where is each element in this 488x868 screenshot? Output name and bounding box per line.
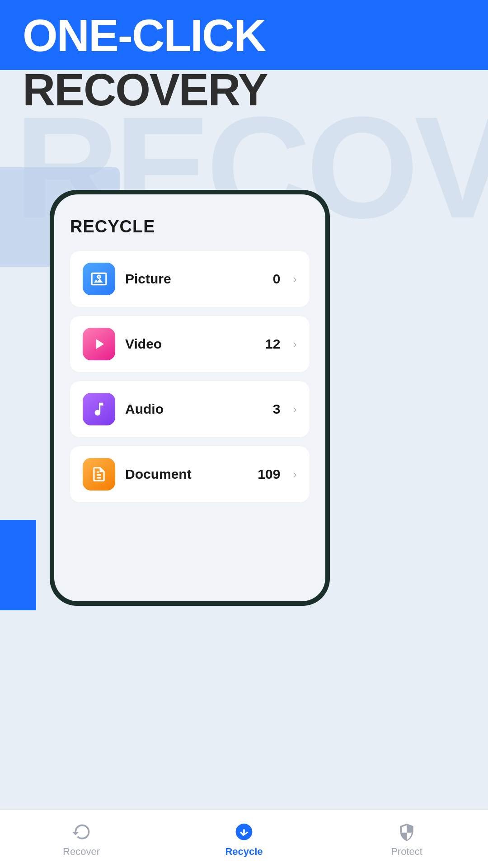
header-line1: ONE-CLICK	[23, 13, 266, 58]
document-name: Document	[125, 467, 248, 482]
picture-chevron: ›	[293, 272, 297, 286]
video-icon	[90, 335, 108, 353]
nav-item-protect[interactable]: Protect	[325, 821, 488, 858]
audio-chevron: ›	[293, 402, 297, 416]
document-count: 109	[258, 467, 280, 482]
video-count: 12	[265, 336, 280, 352]
audio-icon-bg	[83, 393, 115, 425]
recover-nav-icon	[70, 821, 93, 843]
video-name: Video	[125, 336, 255, 352]
audio-count: 3	[273, 401, 281, 417]
protect-nav-icon	[395, 821, 418, 843]
picture-icon	[90, 270, 108, 288]
picture-count: 0	[273, 271, 281, 287]
picture-icon-bg	[83, 263, 115, 295]
file-list: Picture 0 › Video 12 ›	[70, 251, 310, 502]
recycle-nav-label: Recycle	[225, 846, 263, 858]
video-icon-bg	[83, 328, 115, 360]
audio-icon	[90, 401, 108, 418]
section-title: RECYCLE	[70, 217, 310, 236]
audio-name: Audio	[125, 401, 263, 417]
document-chevron: ›	[293, 467, 297, 481]
phone-screen: RECYCLE Picture 0 ›	[54, 194, 325, 601]
recycle-nav-icon	[233, 821, 255, 843]
nav-item-recover[interactable]: Recover	[0, 821, 163, 858]
bg-decoration-blue	[0, 520, 36, 610]
document-icon-bg	[83, 458, 115, 491]
file-item-picture[interactable]: Picture 0 ›	[70, 251, 310, 307]
file-item-audio[interactable]: Audio 3 ›	[70, 381, 310, 437]
protect-nav-label: Protect	[391, 846, 422, 858]
file-item-document[interactable]: Document 109 ›	[70, 446, 310, 502]
bottom-nav: Recover Recycle Protect	[0, 809, 488, 868]
header-line2: RECOVERY	[23, 67, 267, 112]
picture-name: Picture	[125, 271, 263, 287]
nav-item-recycle[interactable]: Recycle	[163, 821, 325, 858]
video-chevron: ›	[293, 337, 297, 351]
file-item-video[interactable]: Video 12 ›	[70, 316, 310, 372]
recover-nav-label: Recover	[63, 846, 100, 858]
phone-mockup: RECYCLE Picture 0 ›	[50, 190, 330, 606]
document-icon	[90, 466, 108, 483]
